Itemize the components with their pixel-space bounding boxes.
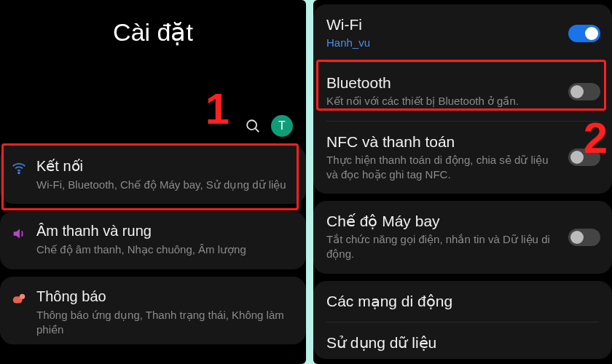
topbar: T bbox=[245, 115, 293, 137]
item-title: Kết nối bbox=[36, 157, 296, 175]
row-subtitle: Thực hiện thanh toán di động, chia sẻ dữ… bbox=[326, 153, 555, 183]
settings-screen-connections: Wi-Fi Hanh_vu Bluetooth Kết nối với các … bbox=[313, 0, 612, 364]
bluetooth-toggle[interactable] bbox=[568, 83, 600, 100]
annotation-step-1: 1 bbox=[205, 84, 230, 134]
row-subtitle: Tắt chức năng gọi điện, nhắn tin và Dữ l… bbox=[326, 232, 555, 262]
wifi-icon bbox=[9, 160, 29, 176]
svg-point-2 bbox=[18, 173, 20, 174]
card-group-1: Wi-Fi Hanh_vu Bluetooth Kết nối với các … bbox=[313, 4, 612, 194]
settings-list: Kết nối Wi-Fi, Bluetooth, Chế độ Máy bay… bbox=[0, 146, 306, 344]
row-title: Chế độ Máy bay bbox=[326, 213, 555, 230]
row-airplane[interactable]: Chế độ Máy bay Tắt chức năng gọi điện, n… bbox=[313, 201, 612, 274]
svg-point-0 bbox=[247, 120, 256, 130]
settings-item-sound[interactable]: Âm thanh và rung Chế độ âm thanh, Nhạc c… bbox=[0, 211, 306, 269]
row-subtitle: Hanh_vu bbox=[326, 36, 555, 50]
notification-icon bbox=[9, 291, 29, 307]
row-title: Wi-Fi bbox=[326, 16, 555, 33]
item-subtitle: Thông báo ứng dụng, Thanh trạng thái, Kh… bbox=[36, 308, 296, 338]
row-title: Các mạng di động bbox=[326, 293, 555, 310]
annotation-step-2: 2 bbox=[584, 113, 608, 163]
row-title: Sử dụng dữ liệu bbox=[326, 334, 555, 352]
airplane-toggle[interactable] bbox=[568, 229, 600, 246]
row-nfc[interactable]: NFC và thanh toán Thực hiện thanh toán d… bbox=[313, 122, 612, 194]
connections-list: Wi-Fi Hanh_vu Bluetooth Kết nối với các … bbox=[313, 0, 612, 359]
row-title: Bluetooth bbox=[326, 74, 555, 92]
item-subtitle: Wi-Fi, Bluetooth, Chế độ Máy bay, Sử dụn… bbox=[36, 178, 296, 192]
page-title: Cài đặt bbox=[0, 17, 306, 47]
row-wifi[interactable]: Wi-Fi Hanh_vu bbox=[313, 4, 612, 62]
item-title: Âm thanh và rung bbox=[36, 223, 296, 240]
settings-item-connections[interactable]: Kết nối Wi-Fi, Bluetooth, Chế độ Máy bay… bbox=[0, 146, 306, 204]
card-group-2: Chế độ Máy bay Tắt chức năng gọi điện, n… bbox=[313, 201, 612, 274]
row-bluetooth[interactable]: Bluetooth Kết nối với các thiết bị Bluet… bbox=[313, 63, 612, 120]
profile-avatar[interactable]: T bbox=[271, 115, 293, 137]
wifi-toggle[interactable] bbox=[568, 25, 600, 42]
svg-point-4 bbox=[20, 293, 25, 298]
settings-screen-main: Cài đặt T 1 Kết nối Wi-Fi, Bluetooth, Ch… bbox=[0, 0, 306, 364]
row-data-usage[interactable]: Sử dụng dữ liệu bbox=[313, 323, 612, 359]
item-subtitle: Chế độ âm thanh, Nhạc chuông, Âm lượng bbox=[36, 242, 296, 257]
row-mobile-networks[interactable]: Các mạng di động bbox=[313, 281, 612, 322]
search-icon[interactable] bbox=[245, 118, 261, 134]
item-title: Thông báo bbox=[36, 288, 296, 305]
row-subtitle: Kết nối với các thiết bị Bluetooth ở gần… bbox=[326, 94, 555, 108]
svg-line-1 bbox=[256, 129, 259, 132]
row-title: NFC và thanh toán bbox=[326, 133, 555, 151]
sound-icon bbox=[9, 226, 29, 242]
card-group-3: Các mạng di động Sử dụng dữ liệu bbox=[313, 281, 612, 359]
settings-item-notifications[interactable]: Thông báo Thông báo ứng dụng, Thanh trạn… bbox=[0, 277, 306, 345]
